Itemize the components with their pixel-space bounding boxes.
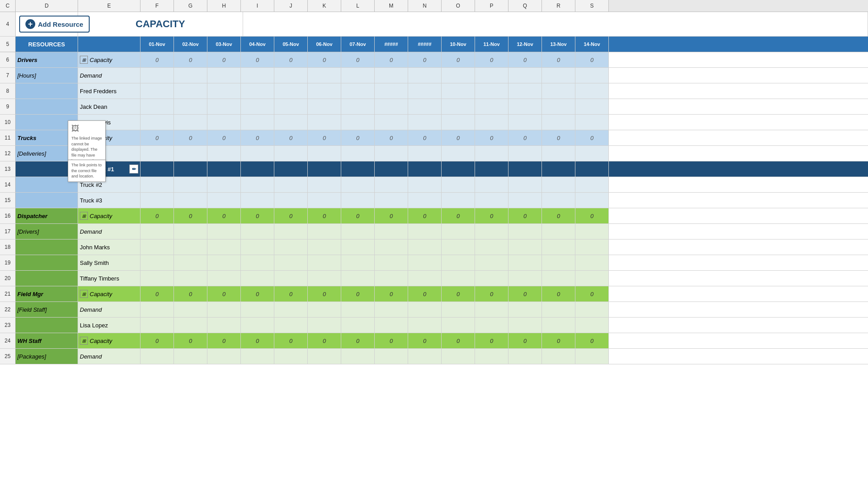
date-07nov: 07-Nov [341,37,375,52]
row-24: 24 WH Staff ⊞ Capacity 0 0 0 0 0 0 0 0 0… [0,333,868,349]
row-23-num: 23 [0,318,16,333]
drivers-dem-11 [475,68,508,83]
drivers-hours-label: [Hours] [16,68,78,83]
row-20-num: 20 [0,271,16,286]
date-06nov: 06-Nov [308,37,341,52]
fred-10 [442,83,475,99]
fred-05 [274,83,308,99]
drivers-cap-01: 0 [141,52,174,67]
col-l-header: L [341,0,375,12]
col-g-header: G [174,0,207,12]
drivers-cap-11: 0 [475,52,508,67]
row-12: 12 [Deliveries] Demand [0,146,868,161]
whstaff-demand-label: Demand [78,349,141,364]
drivers-icon-btn[interactable]: ⊞ [80,56,88,64]
fieldmgr-label: Field Mgr [16,286,78,301]
row-18-num: 18 [0,239,16,255]
col-n-header: N [408,0,442,12]
date-09nov: ##### [408,37,442,52]
row-9-num: 9 [0,99,16,114]
row-5-num: 5 [0,37,16,52]
drivers-cap-04: 0 [241,52,274,67]
col-m-header: M [375,0,408,12]
date-02nov: 02-Nov [174,37,207,52]
col-r-header: R [542,0,575,12]
fieldmgr-capacity-label: ⊞ Capacity [78,286,141,301]
col-q-header: Q [508,0,542,12]
col-f-header: F [141,0,174,12]
col-o-header: O [442,0,475,12]
drivers-dem-03 [207,68,241,83]
fred-08 [375,83,408,99]
col-i-header: I [241,0,274,12]
drivers-dem-14 [575,68,609,83]
row-18: 18 John Marks [0,239,868,255]
drivers-dem-06 [308,68,341,83]
row-19: 19 Sally Smith [0,255,868,271]
jack-col-d [16,99,78,114]
fieldmgr-icon-btn[interactable]: ⊞ [80,290,88,298]
dispatcher-drivers-label: [Drivers] [16,224,78,239]
drivers-cap-10: 0 [442,52,475,67]
row-7-num: 7 [0,68,16,83]
row-16-num: 16 [0,208,16,223]
dispatcher-demand-label: Demand [78,224,141,239]
plus-icon: + [25,19,35,29]
col-h-header: H [207,0,241,12]
john-marks-name: John Marks [78,239,141,255]
date-11nov: 11-Nov [475,37,508,52]
truck3-name: Truck #3 [78,193,141,208]
row-19-num: 19 [0,255,16,270]
truck1-action-icon[interactable]: ✏ [129,165,138,173]
dispatcher-label: Dispatcher [16,208,78,223]
drivers-label: Drivers [16,52,78,67]
title-row: 4 + Add Resource CAPACITY [0,12,868,37]
drivers-cap-12: 0 [508,52,542,67]
drivers-dem-12 [508,68,542,83]
drivers-demand-label: Demand [78,68,141,83]
capacity-title: CAPACITY [78,12,243,36]
resources-header-row: 5 RESOURCES 01-Nov 02-Nov 03-Nov 04-Nov … [0,37,868,52]
row-14: 14 Truck #2 [0,177,868,193]
drivers-dem-09 [408,68,442,83]
drivers-capacity-label: ⊞ Capacity [78,52,141,67]
drivers-cap-08: 0 [375,52,408,67]
col-k-header: K [308,0,341,12]
row-16: 16 Dispatcher ⊞ Capacity 0 0 0 0 0 0 0 0… [0,208,868,224]
date-03nov: 03-Nov [207,37,241,52]
whstaff-capacity-label: ⊞ Capacity [78,333,141,348]
title-rest [243,12,868,36]
whstaff-icon-btn[interactable]: ⊞ [80,337,88,345]
drivers-cap-09: 0 [408,52,442,67]
row-6: 6 Drivers ⊞ Capacity 0 0 0 0 0 0 0 0 0 0… [0,52,868,68]
lisa-lopez-name: Lisa Lopez [78,318,141,333]
date-05nov: 05-Nov [274,37,308,52]
resources-sub-header [78,37,141,52]
col-j-header: J [274,0,308,12]
row-25: 25 [Packages] Demand [0,349,868,364]
drivers-dem-05 [274,68,308,83]
row-8-num: 8 [0,83,16,99]
row-7: 7 [Hours] Demand [0,68,868,83]
row-21: 21 Field Mgr ⊞ Capacity 0 0 0 0 0 0 0 0 … [0,286,868,302]
dispatcher-icon-btn[interactable]: ⊞ [80,212,88,220]
fred-name: Fred Fredders [78,83,141,99]
row-4-num: 4 [0,12,16,36]
row-22: 22 [Field Staff] Demand [0,302,868,318]
row-25-num: 25 [0,349,16,364]
date-08nov: ##### [375,37,408,52]
col-p-header: P [475,0,508,12]
col-c-header: C [0,0,16,12]
fieldstaff-label: [Field Staff] [16,302,78,317]
dispatcher-capacity-label: ⊞ Capacity [78,208,141,223]
fieldmgr-demand-label: Demand [78,302,141,317]
drivers-dem-13 [542,68,575,83]
whstaff-label: WH Staff [16,333,78,348]
resources-label: RESOURCES [16,37,78,52]
fred-col-d [16,83,78,99]
row-14-num: 14 [0,177,16,192]
add-resource-label: Add Resource [38,21,83,28]
drivers-cap-06: 0 [308,52,341,67]
column-headers-row: C D E F G H I J K L M N O P Q R S [0,0,868,12]
fred-07 [341,83,375,99]
